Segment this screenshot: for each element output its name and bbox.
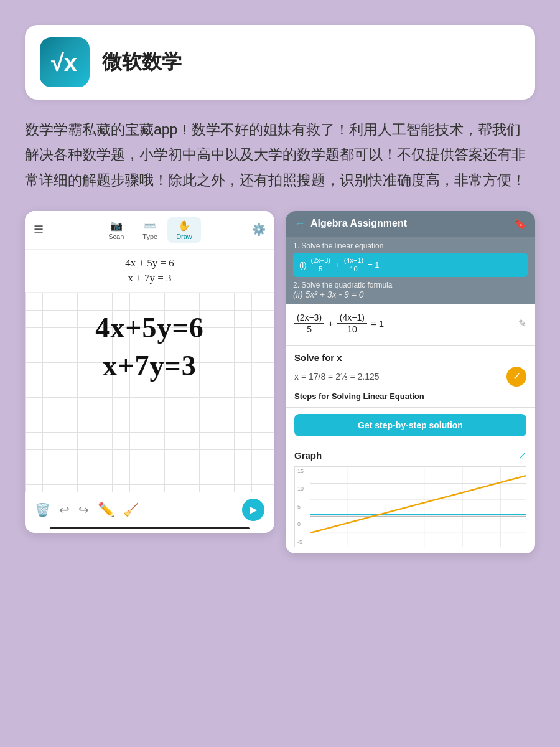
- frac1: (2x−3) 5: [309, 256, 333, 273]
- left-top-bar: ☰ 📷 Scan ⌨️ Type ✋ Draw ⚙️: [25, 211, 274, 250]
- hw-eq2: x+7y=3: [31, 349, 268, 382]
- typed-equations: 4x + 5y = 6 x + 7y = 3: [25, 250, 274, 293]
- main-equation: (2x−3) 5 + (4x−1) 10 = 1 ✎: [294, 312, 526, 335]
- back-button[interactable]: ←: [294, 217, 306, 230]
- type-button[interactable]: ⌨️ Type: [134, 217, 166, 243]
- svg-line-14: [310, 476, 526, 533]
- solve-title: Solve for x: [294, 352, 526, 363]
- problem2-label: 2. Solve the quadratic formula: [293, 281, 528, 289]
- check-badge: ✓: [506, 367, 526, 387]
- left-screenshot: ☰ 📷 Scan ⌨️ Type ✋ Draw ⚙️ 4x + 5y = 6: [25, 211, 274, 533]
- settings-icon[interactable]: ⚙️: [252, 223, 266, 237]
- toolbar-buttons: 📷 Scan ⌨️ Type ✋ Draw: [56, 217, 245, 243]
- grid-canvas[interactable]: 4x+5y=6 x+7y=3: [25, 293, 274, 492]
- graph-section: Graph ⤢ 15 10 5 0 -5: [286, 443, 535, 553]
- problem1-label: 1. Solve the linear equation: [293, 242, 528, 250]
- graph-svg: [310, 467, 526, 547]
- screenshots-row: ☰ 📷 Scan ⌨️ Type ✋ Draw ⚙️ 4x + 5y = 6: [25, 211, 535, 553]
- trash-icon[interactable]: 🗑️: [35, 502, 50, 517]
- scan-button[interactable]: 📷 Scan: [100, 217, 133, 243]
- eraser-icon[interactable]: 🧹: [123, 502, 139, 517]
- handwritten-math: 4x+5y=6 x+7y=3: [31, 311, 268, 382]
- draw-button[interactable]: ✋ Draw: [167, 217, 201, 243]
- graph-title: Graph: [294, 450, 322, 461]
- right-screenshot: ← Algebra Assignment 🔖 1. Solve the line…: [286, 211, 535, 553]
- send-button[interactable]: ▶: [242, 499, 264, 521]
- edit-pencil-icon[interactable]: ✎: [518, 317, 526, 329]
- graph-header: Graph ⤢: [294, 449, 526, 461]
- problem1-equation: (i) (2x−3) 5 + (4x−1) 10 = 1: [293, 253, 528, 277]
- graph-area: 15 10 5 0 -5: [294, 466, 526, 547]
- main-equation-display: (2x−3) 5 + (4x−1) 10 = 1 ✎: [286, 304, 535, 345]
- y-axis-labels: 15 10 5 0 -5: [297, 467, 304, 547]
- app-title: 微软数学: [102, 49, 182, 76]
- typed-eq1: 4x + 5y = 6: [35, 257, 264, 270]
- step-by-step-button[interactable]: Get step-by-step solution: [294, 414, 526, 436]
- frac2: (4x−1) 10: [342, 256, 366, 273]
- home-indicator: [50, 527, 250, 529]
- draw-icon: ✋: [178, 220, 190, 232]
- left-bottom-bar: 🗑️ ↩ ↪ ✏️ 🧹 ▶: [25, 492, 274, 527]
- solve-result: x = 17/8 = 2⅛ = 2.125: [294, 372, 502, 382]
- typed-eq2: x + 7y = 3: [35, 272, 264, 284]
- sidebar-menu-icon: ☰: [34, 223, 44, 237]
- solve-result-row: x = 17/8 = 2⅛ = 2.125 ✓: [294, 367, 526, 387]
- svg-text:√x: √x: [51, 50, 77, 76]
- assignment-title: Algebra Assignment: [310, 218, 509, 229]
- camera-icon: 📷: [110, 220, 123, 232]
- problem-list: 1. Solve the linear equation (i) (2x−3) …: [286, 237, 535, 304]
- pencil-icon[interactable]: ✏️: [98, 502, 114, 518]
- main-frac1: (2x−3) 5: [294, 312, 324, 335]
- problem1-fraction-row: (i) (2x−3) 5 + (4x−1) 10 = 1: [299, 256, 521, 273]
- keyboard-icon: ⌨️: [144, 220, 156, 232]
- description-text: 数学学霸私藏的宝藏app！数学不好的姐妹有救了！利用人工智能技术，帮我们解决各种…: [25, 117, 535, 192]
- hw-eq1: 4x+5y=6: [31, 311, 268, 344]
- problem2-eq: (ii) 5x² + 3x - 9 = 0: [293, 289, 528, 299]
- solve-section: Solve for x x = 17/8 = 2⅛ = 2.125 ✓ Step…: [286, 346, 535, 408]
- redo-icon[interactable]: ↪: [78, 502, 89, 517]
- steps-label: Steps for Solving Linear Equation: [294, 392, 526, 401]
- bookmark-icon[interactable]: 🔖: [514, 218, 526, 230]
- main-frac2: (4x−1) 10: [337, 312, 367, 335]
- undo-icon[interactable]: ↩: [59, 502, 70, 517]
- right-header: ← Algebra Assignment 🔖: [286, 211, 535, 237]
- step-btn-section: Get step-by-step solution: [286, 408, 535, 443]
- app-header-card: √x 微软数学: [25, 25, 535, 100]
- expand-icon[interactable]: ⤢: [518, 449, 526, 461]
- app-icon: √x: [40, 37, 90, 87]
